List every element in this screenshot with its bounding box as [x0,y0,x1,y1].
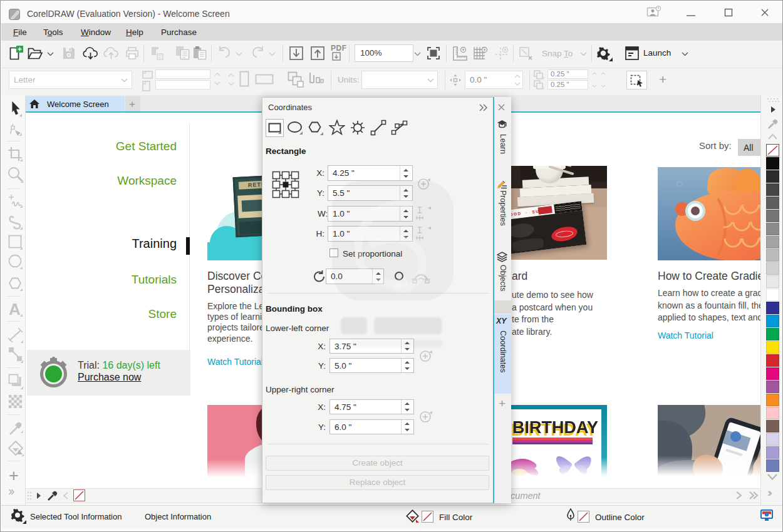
svg-text:y: y [542,86,544,90]
svg-text:x: x [542,76,544,79]
